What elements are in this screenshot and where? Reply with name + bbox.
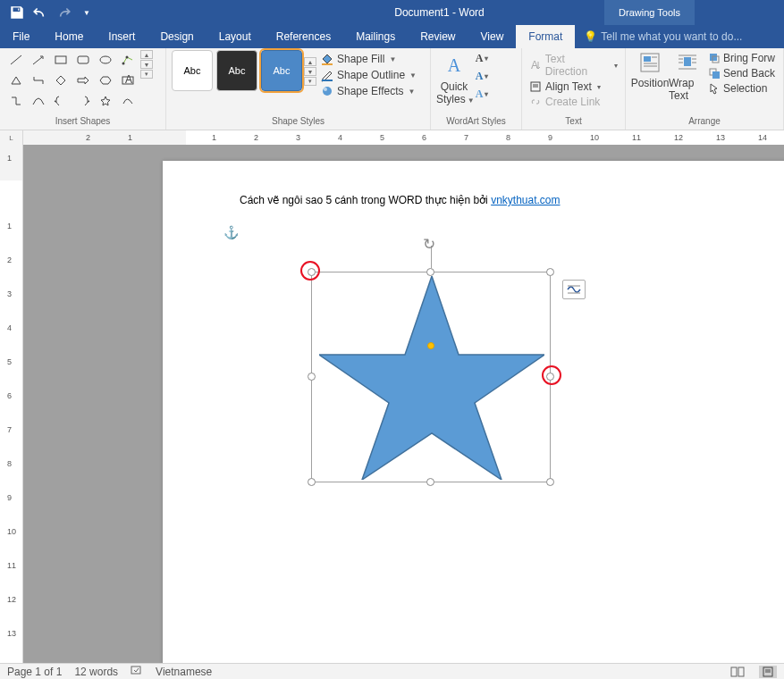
wrap-text-button[interactable]: Wrap Text: [669, 50, 706, 102]
redo-icon[interactable]: [55, 4, 72, 21]
shape-triangle-icon[interactable]: [5, 71, 27, 90]
svg-point-4: [100, 56, 111, 63]
text-effects-icon[interactable]: A▾: [474, 86, 490, 102]
adjust-handle[interactable]: [427, 342, 434, 349]
read-mode-icon[interactable]: [729, 666, 746, 678]
style-swatch-outline[interactable]: Abc: [172, 50, 213, 91]
shape-arrow-icon[interactable]: [28, 50, 49, 70]
shape-freeform-icon[interactable]: [117, 91, 139, 111]
style-swatch-blue-selected[interactable]: Abc: [261, 50, 302, 91]
shape-selection-box[interactable]: ↻: [311, 272, 551, 482]
resize-handle-br[interactable]: [546, 478, 554, 486]
undo-icon[interactable]: [32, 4, 48, 21]
text-fill-icon[interactable]: A▾: [474, 50, 490, 66]
shapes-gallery-scroll[interactable]: ▲ ▼ ▾: [140, 50, 153, 79]
quick-styles-button[interactable]: Quick Styles▼: [436, 80, 472, 105]
gallery-more-icon[interactable]: ▾: [304, 77, 316, 86]
text-direction-button[interactable]: A Text Direction▾: [529, 53, 618, 78]
text-direction-label: Text Direction: [545, 53, 609, 78]
tab-layout[interactable]: Layout: [207, 25, 264, 48]
proofing-icon[interactable]: [131, 665, 143, 678]
page-indicator[interactable]: Page 1 of 1: [7, 666, 62, 678]
text-outline-icon[interactable]: A▾: [474, 68, 490, 84]
gallery-more-icon[interactable]: ▾: [140, 70, 153, 79]
shape-oval-icon[interactable]: [95, 50, 116, 70]
selection-pane-icon: [708, 82, 721, 95]
anchor-icon[interactable]: ⚓: [223, 225, 239, 239]
resize-handle-bc[interactable]: [426, 478, 434, 486]
shape-diamond-icon[interactable]: [50, 71, 72, 90]
word-count[interactable]: 12 words: [74, 666, 118, 678]
tab-references[interactable]: References: [264, 25, 343, 48]
shape-brace-icon[interactable]: [50, 91, 72, 111]
send-backward-button[interactable]: Send Back: [708, 67, 775, 80]
tell-me-label: Tell me what you want to do...: [601, 30, 742, 43]
shape-textbox-icon[interactable]: A: [117, 71, 139, 90]
shape-hexagon-icon[interactable]: [95, 71, 116, 90]
shape-outline-button[interactable]: Shape Outline▼: [320, 68, 417, 82]
gallery-up-icon[interactable]: ▲: [304, 57, 316, 66]
svg-rect-37: [731, 667, 737, 676]
qat-customize-icon[interactable]: ▼: [79, 4, 95, 21]
print-layout-icon[interactable]: [759, 666, 777, 678]
paragraph[interactable]: Cách vẽ ngôi sao 5 cánh trong WORD thực …: [240, 192, 561, 207]
gallery-up-icon[interactable]: ▲: [140, 50, 153, 59]
layout-options-button[interactable]: [562, 280, 586, 299]
svg-rect-29: [710, 54, 717, 61]
lightbulb-icon: 💡: [584, 30, 597, 43]
tab-mailings[interactable]: Mailings: [343, 25, 408, 48]
shape-elbow-icon[interactable]: [5, 91, 27, 111]
language-indicator[interactable]: Vietnamese: [156, 666, 212, 678]
send-backward-icon: [708, 67, 721, 80]
document-area: 112345678910111213 Cách vẽ ngôi sao 5 cá…: [0, 145, 784, 663]
svg-rect-9: [322, 63, 333, 65]
create-link-button[interactable]: Create Link: [529, 96, 618, 108]
tab-insert[interactable]: Insert: [96, 25, 148, 48]
save-icon[interactable]: [9, 4, 25, 21]
shape-connector-icon[interactable]: [28, 71, 49, 90]
create-link-label: Create Link: [545, 96, 600, 108]
tab-review[interactable]: Review: [408, 25, 468, 48]
shape-curve-icon[interactable]: [28, 91, 49, 111]
shape-fill-button[interactable]: Shape Fill▼: [320, 52, 417, 66]
style-gallery-scroll[interactable]: ▲ ▼ ▾: [304, 57, 316, 86]
resize-handle-tr[interactable]: [546, 268, 554, 276]
gallery-down-icon[interactable]: ▼: [304, 67, 316, 76]
bring-forward-button[interactable]: Bring Forw: [708, 52, 775, 64]
align-text-label: Align Text: [545, 80, 592, 93]
shape-line-icon[interactable]: [5, 50, 27, 70]
shape-style-gallery[interactable]: Abc Abc Abc: [172, 50, 302, 91]
tab-design[interactable]: Design: [148, 25, 206, 48]
tab-format[interactable]: Format: [516, 25, 575, 48]
wordart-preview-icon[interactable]: A: [439, 50, 469, 80]
resize-handle-bl[interactable]: [308, 478, 316, 486]
position-button[interactable]: Position: [631, 50, 669, 89]
annotation-red-circle-rc: [542, 365, 561, 385]
document-scroll[interactable]: Cách vẽ ngôi sao 5 cánh trong WORD thực …: [23, 145, 784, 663]
tab-home[interactable]: Home: [42, 25, 96, 48]
style-swatch-dark[interactable]: Abc: [216, 50, 257, 91]
vertical-ruler[interactable]: 112345678910111213: [0, 145, 23, 663]
rotation-handle-icon[interactable]: ↻: [423, 235, 435, 254]
tab-view[interactable]: View: [468, 25, 517, 48]
shape-effects-button[interactable]: Shape Effects▼: [320, 84, 417, 98]
resize-handle-tc[interactable]: [426, 268, 434, 276]
star-shape[interactable]: [319, 276, 544, 480]
tell-me-search[interactable]: 💡 Tell me what you want to do...: [575, 30, 742, 43]
selection-pane-button[interactable]: Selection: [708, 82, 775, 95]
shape-editpoints-icon[interactable]: [117, 50, 139, 70]
ribbon: A ▲ ▼ ▾ Insert Shapes Abc Abc Abc: [0, 48, 784, 130]
shape-roundrect-icon[interactable]: [72, 50, 94, 70]
shape-brace-right-icon[interactable]: [72, 91, 94, 111]
shape-rect-icon[interactable]: [50, 50, 72, 70]
tab-file[interactable]: File: [0, 25, 42, 48]
shape-star-small-icon[interactable]: [95, 91, 116, 111]
shape-arrow-right-icon[interactable]: [72, 71, 94, 90]
shapes-gallery[interactable]: A: [5, 50, 139, 111]
resize-handle-lc[interactable]: [308, 373, 316, 381]
align-text-button[interactable]: Align Text▾: [529, 80, 618, 93]
horizontal-ruler[interactable]: L 211234567891011121314: [0, 130, 784, 145]
gallery-down-icon[interactable]: ▼: [140, 60, 153, 69]
hyperlink-vnkythuat[interactable]: vnkythuat.com: [491, 194, 560, 206]
page[interactable]: Cách vẽ ngôi sao 5 cánh trong WORD thực …: [163, 161, 784, 663]
